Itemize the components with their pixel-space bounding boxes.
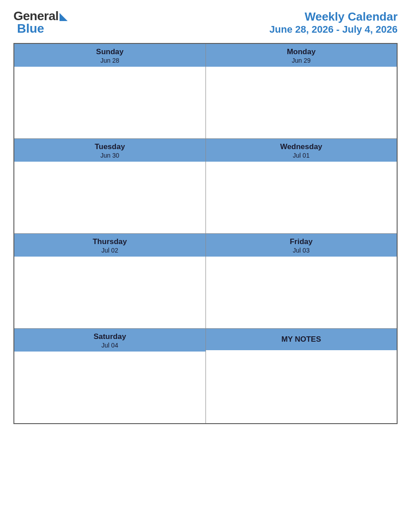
monday-name: Monday: [208, 47, 395, 56]
sunday-cell: Sunday Jun 28: [14, 43, 206, 139]
friday-content: [206, 257, 397, 328]
page-header: General Blue Weekly Calendar June 28, 20…: [13, 9, 398, 36]
notes-cell: MY NOTES: [206, 329, 397, 424]
tuesday-date: Jun 30: [16, 152, 204, 159]
friday-header: Friday Jul 03: [206, 234, 397, 257]
sunday-header: Sunday Jun 28: [14, 44, 206, 67]
table-row: Tuesday Jun 30 Wednesday Jul 01: [14, 139, 397, 234]
wednesday-cell: Wednesday Jul 01: [206, 139, 397, 234]
saturday-date: Jul 04: [16, 342, 204, 349]
calendar-date-range: June 28, 2026 - July 4, 2026: [270, 24, 398, 35]
notes-content: [206, 350, 397, 422]
friday-name: Friday: [208, 237, 395, 246]
thursday-date: Jul 02: [16, 247, 204, 254]
tuesday-header: Tuesday Jun 30: [14, 139, 206, 162]
notes-header: MY NOTES: [206, 329, 397, 350]
monday-date: Jun 29: [208, 57, 395, 64]
calendar-grid: Sunday Jun 28 Monday Jun 29 Tuesday Jun …: [13, 43, 398, 424]
thursday-content: [14, 257, 206, 328]
saturday-content: [14, 352, 206, 423]
logo: General Blue: [13, 9, 68, 36]
tuesday-name: Tuesday: [16, 142, 204, 151]
saturday-header: Saturday Jul 04: [14, 329, 206, 352]
sunday-content: [14, 67, 206, 138]
friday-cell: Friday Jul 03: [206, 234, 397, 329]
tuesday-cell: Tuesday Jun 30: [14, 139, 206, 234]
friday-date: Jul 03: [208, 247, 395, 254]
saturday-cell: Saturday Jul 04: [14, 329, 206, 424]
wednesday-name: Wednesday: [208, 142, 395, 151]
thursday-header: Thursday Jul 02: [14, 234, 206, 257]
table-row: Thursday Jul 02 Friday Jul 03: [14, 234, 397, 329]
notes-label: MY NOTES: [208, 335, 395, 344]
thursday-name: Thursday: [16, 237, 204, 246]
sunday-date: Jun 28: [16, 57, 204, 64]
logo-triangle-icon: [60, 13, 68, 21]
wednesday-date: Jul 01: [208, 152, 395, 159]
sunday-name: Sunday: [16, 47, 204, 56]
tuesday-content: [14, 162, 206, 233]
logo-blue-text: Blue: [17, 21, 44, 36]
table-row: Saturday Jul 04 MY NOTES: [14, 329, 397, 424]
wednesday-content: [206, 162, 397, 233]
thursday-cell: Thursday Jul 02: [14, 234, 206, 329]
monday-content: [206, 67, 397, 138]
table-row: Sunday Jun 28 Monday Jun 29: [14, 43, 397, 139]
monday-header: Monday Jun 29: [206, 44, 397, 67]
calendar-title: Weekly Calendar: [270, 10, 398, 24]
saturday-name: Saturday: [16, 332, 204, 341]
wednesday-header: Wednesday Jul 01: [206, 139, 397, 162]
title-section: Weekly Calendar June 28, 2026 - July 4, …: [270, 10, 398, 35]
monday-cell: Monday Jun 29: [206, 43, 397, 139]
